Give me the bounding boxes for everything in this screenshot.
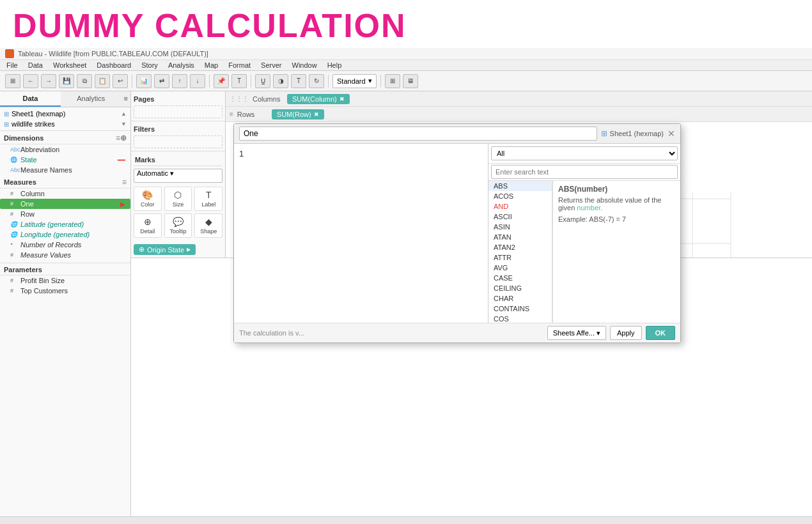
field-profit-bin[interactable]: # Profit Bin Size <box>0 275 130 286</box>
pages-drop-area[interactable] <box>134 105 223 118</box>
marks-label-btn[interactable]: T Label <box>194 187 223 211</box>
toolbar-sort-desc-btn[interactable]: ↓ <box>190 74 205 88</box>
marks-detail-btn[interactable]: ⊕ Detail <box>134 213 162 238</box>
calc-apply-btn[interactable]: Apply <box>610 326 642 340</box>
menu-dashboard[interactable]: Dashboard <box>97 61 131 69</box>
field-number-records[interactable]: * Number of Records <box>0 240 130 250</box>
filters-drop-area[interactable] <box>134 135 223 148</box>
toolbar-text-btn[interactable]: T <box>291 74 306 88</box>
menu-analysis[interactable]: Analysis <box>168 61 194 69</box>
calc-name-input[interactable] <box>239 127 597 141</box>
toolbar-undo-btn[interactable]: ↩ <box>113 74 128 88</box>
field-type-icon-longitude: 🌐 <box>10 231 18 238</box>
measures-add-btn[interactable]: ≡ <box>122 178 127 187</box>
calc-fn-ceiling[interactable]: CEILING <box>488 283 552 293</box>
calc-fn-char[interactable]: CHAR <box>488 293 552 304</box>
menu-server[interactable]: Server <box>261 61 281 69</box>
toolbar-chart-btn[interactable]: 📊 <box>136 74 152 88</box>
field-top-customers[interactable]: # Top Customers <box>0 286 130 296</box>
origin-state-pill[interactable]: ⊕ Origin State ▶ <box>134 244 196 255</box>
rows-pill[interactable]: SUM(Row) ✖ <box>272 109 324 119</box>
toolbar-label-btn[interactable]: T <box>231 74 247 88</box>
toolbar-fwd-btn[interactable]: → <box>41 74 56 88</box>
toolbar-save-btn[interactable]: 💾 <box>59 74 74 88</box>
toolbar-copy-btn[interactable]: ⧉ <box>77 74 92 88</box>
toolbar-swap-btn[interactable]: ⇄ <box>154 74 169 88</box>
menu-data[interactable]: Data <box>28 61 43 69</box>
marks-label-label: Label <box>201 201 215 208</box>
toolbar-new-btn[interactable]: ⊞ <box>5 74 20 88</box>
menu-format[interactable]: Format <box>228 61 251 69</box>
marks-color-btn[interactable]: 🎨 Color <box>134 187 162 211</box>
menu-map[interactable]: Map <box>205 61 218 69</box>
menu-help[interactable]: Help <box>327 61 342 69</box>
calc-fn-contains[interactable]: CONTAINS <box>488 304 552 314</box>
calc-editor[interactable]: 1 <box>234 144 488 323</box>
calc-sheets-btn[interactable]: Sheets Affe... ▾ <box>547 326 606 340</box>
field-one[interactable]: # One ▶ <box>0 199 130 209</box>
calc-fn-case[interactable]: CASE <box>488 273 552 283</box>
calc-fn-atan2[interactable]: ATAN2 <box>488 242 552 252</box>
toolbar-back-btn[interactable]: ← <box>23 74 38 88</box>
marks-tooltip-btn[interactable]: 💬 Tooltip <box>164 213 192 238</box>
toolbar-color-btn[interactable]: ◑ <box>273 74 288 88</box>
calc-ok-btn[interactable]: OK <box>646 326 676 340</box>
toolbar-view-dropdown[interactable]: Standard ▾ <box>332 74 377 88</box>
calc-fn-ascii[interactable]: ASCII <box>488 212 552 222</box>
field-column[interactable]: # Column <box>0 189 130 199</box>
toolbar-pin-btn[interactable]: 📌 <box>214 74 229 88</box>
marks-type-select[interactable]: Automatic ▾ <box>134 169 223 183</box>
menu-story[interactable]: Story <box>141 61 158 69</box>
field-longitude[interactable]: 🌐 Longitude (generated) <box>0 229 130 240</box>
field-latitude[interactable]: 🌐 Latitude (generated) <box>0 219 130 229</box>
menu-window[interactable]: Window <box>292 61 317 69</box>
calc-fn-atan[interactable]: ATAN <box>488 232 552 242</box>
calc-fn-asin[interactable]: ASIN <box>488 222 552 232</box>
sheet-hexmap-label: Sheet1 (hexmap) <box>12 110 65 118</box>
dimensions-header[interactable]: Dimensions ≡⊕ <box>0 131 130 144</box>
calc-function-panel: All Number String Date Logical Aggregate <box>488 144 680 323</box>
dimensions-add-btn[interactable]: ≡⊕ <box>116 134 127 143</box>
toolbar-sort-asc-btn[interactable]: ↑ <box>172 74 187 88</box>
field-one-remove[interactable]: ▶ <box>120 201 125 208</box>
toolbar-rotate-btn[interactable]: ↻ <box>309 74 324 88</box>
columns-shelf: ⋮⋮⋮ Columns SUM(Column) ✖ <box>226 91 812 107</box>
calc-fn-attr[interactable]: ATTR <box>488 252 552 263</box>
filters-section: Filters <box>131 121 225 151</box>
toolbar-underline-btn[interactable]: U̲ <box>255 74 270 88</box>
calc-fn-cos[interactable]: COS <box>488 314 552 323</box>
tab-options-btn[interactable]: ≡ <box>121 91 130 107</box>
calc-fn-and[interactable]: AND <box>488 201 552 212</box>
field-measure-values[interactable]: # Measure Values <box>0 250 130 260</box>
measures-header[interactable]: Measures ≡ <box>0 175 130 189</box>
toolbar-fix-btn[interactable]: ⊞ <box>385 74 400 88</box>
toolbar-sep4 <box>328 75 329 88</box>
menu-file[interactable]: File <box>6 61 18 69</box>
calc-fn-avg[interactable]: AVG <box>488 263 552 273</box>
calc-sheet-ref: ⊞ Sheet1 (hexmap) <box>601 129 664 138</box>
marks-tooltip-icon: 💬 <box>173 217 183 227</box>
field-measure-names[interactable]: Abc Measure Names <box>0 165 130 175</box>
calc-fn-acos[interactable]: ACOS <box>488 191 552 201</box>
calc-close-btn[interactable]: ✕ <box>668 128 675 139</box>
columns-shelf-icon: ⋮⋮⋮ <box>230 95 249 102</box>
calc-editor-content[interactable]: 1 <box>239 149 483 277</box>
calc-search-input[interactable] <box>491 165 678 179</box>
toolbar-paste-btn[interactable]: 📋 <box>95 74 110 88</box>
sheet-item-wildlife[interactable]: ⊞ wildlife strikes ▼ <box>0 119 130 129</box>
calc-fn-dropdown[interactable]: All Number String Date Logical Aggregate <box>491 146 678 160</box>
menu-worksheet[interactable]: Worksheet <box>53 61 86 69</box>
marks-shape-icon: ◆ <box>205 217 212 227</box>
tab-data[interactable]: Data <box>0 91 61 107</box>
field-row[interactable]: # Row <box>0 209 130 219</box>
marks-shape-btn[interactable]: ◆ Shape <box>194 213 223 238</box>
field-abbreviation[interactable]: Abc Abbreviation <box>0 144 130 155</box>
sheet-item-hexmap[interactable]: ⊞ Sheet1 (hexmap) ▲ <box>0 109 130 119</box>
field-state[interactable]: 🌐 State ━━ <box>0 155 130 165</box>
columns-pill-icon: ✖ <box>340 96 345 102</box>
marks-size-btn[interactable]: ⬡ Size <box>164 187 192 211</box>
tab-analytics[interactable]: Analytics <box>61 91 121 107</box>
toolbar-device-btn[interactable]: 🖥 <box>403 74 418 88</box>
columns-pill[interactable]: SUM(Column) ✖ <box>287 94 350 104</box>
calc-fn-abs[interactable]: ABS <box>488 181 552 191</box>
